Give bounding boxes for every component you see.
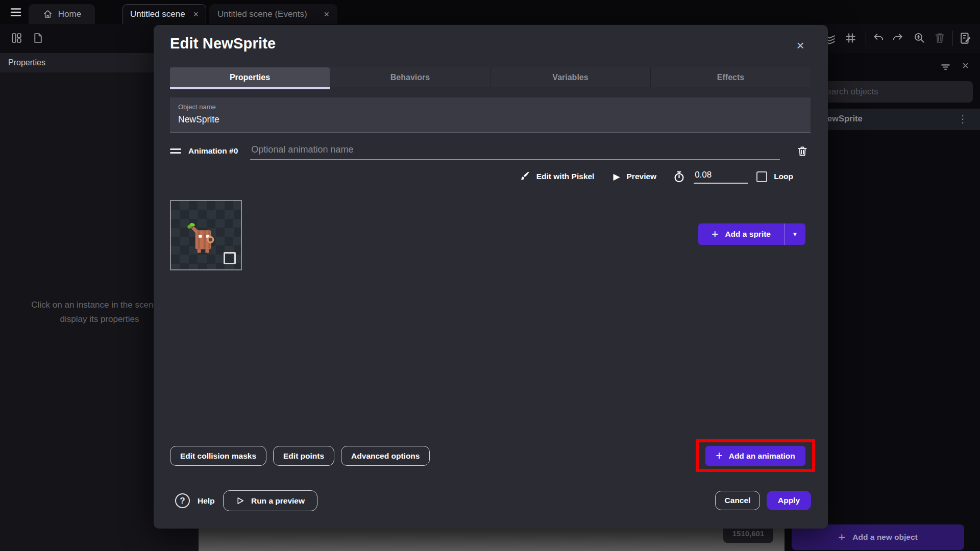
drag-handle-icon[interactable] [170, 146, 181, 156]
save-icon[interactable] [31, 32, 44, 44]
tab-untitled-scene-events[interactable]: Untitled scene (Events) × [209, 4, 337, 24]
brush-icon [518, 170, 531, 183]
tab-home[interactable]: Home [29, 4, 95, 24]
panels-layout-icon[interactable] [10, 32, 23, 44]
run-a-preview-button[interactable]: Run a preview [223, 490, 317, 511]
sprite-frame-thumbnail[interactable] [170, 200, 242, 270]
home-icon [42, 9, 53, 19]
tab-variables[interactable]: Variables [490, 67, 650, 87]
run-preview-label: Run a preview [251, 496, 305, 506]
edit-with-piskel-button[interactable]: Edit with Piskel [536, 172, 595, 181]
dialog-tabs: Properties Behaviors Variables Effects [170, 67, 811, 87]
tab-close-icon[interactable]: × [324, 10, 329, 19]
frame-select-checkbox[interactable] [224, 252, 236, 264]
tab-effects[interactable]: Effects [650, 67, 811, 87]
top-bar: Home Untitled scene × Untitled scene (Ev… [0, 0, 980, 24]
stopwatch-icon [672, 170, 686, 184]
animation-tools-row: Edit with Piskel ▶ Preview Loop [505, 167, 793, 186]
add-sprite-split-button: + Add a sprite ▼ [698, 223, 805, 245]
redo-icon[interactable] [891, 31, 904, 44]
animation-row: Animation #0 [170, 141, 811, 161]
question-icon: ? [175, 493, 190, 508]
highlight-rectangle [696, 439, 815, 472]
edit-points-button[interactable]: Edit points [273, 446, 334, 466]
dialog-title: Edit NewSprite [170, 35, 276, 52]
scene-canvas [199, 529, 785, 551]
help-label: Help [198, 496, 215, 506]
menu-icon[interactable] [8, 6, 23, 18]
delete-animation-icon[interactable] [794, 143, 811, 159]
dialog-close-icon[interactable]: × [791, 36, 810, 55]
tab-home-label: Home [58, 9, 81, 19]
chevron-down-icon: ▼ [792, 231, 798, 237]
delete-icon[interactable] [933, 31, 946, 44]
sprite-actions-row: Edit collision masks Edit points Advance… [170, 446, 430, 466]
toolbar-divider [952, 31, 953, 46]
cancel-button[interactable]: Cancel [715, 491, 760, 510]
undo-icon[interactable] [872, 31, 885, 44]
close-panel-icon[interactable]: × [962, 59, 969, 72]
apply-button[interactable]: Apply [767, 491, 811, 510]
filter-icon[interactable] [939, 60, 952, 73]
plus-icon: + [712, 229, 718, 240]
tab-behaviors[interactable]: Behaviors [330, 67, 490, 87]
plus-icon: + [838, 530, 845, 544]
animation-label: Animation #0 [188, 146, 238, 156]
tab-scene-label: Untitled scene [130, 9, 185, 19]
edit-sprite-dialog: Edit NewSprite × Properties Behaviors Va… [154, 25, 828, 529]
properties-panel-title: Properties [8, 58, 45, 67]
grid-icon[interactable] [844, 31, 857, 45]
pig-sprite-image [184, 222, 222, 258]
object-name-field[interactable]: Object name NewSprite [170, 97, 811, 133]
object-menu-icon[interactable]: ⋮ [958, 113, 968, 125]
play-outline-icon [236, 496, 244, 505]
tab-events-label: Untitled scene (Events) [217, 9, 307, 19]
edit-scene-properties-icon[interactable] [959, 31, 972, 45]
tab-close-icon[interactable]: × [193, 10, 199, 19]
object-name-label: Object name [178, 103, 802, 111]
object-name-value: NewSprite [178, 114, 802, 125]
add-new-object-label: Add a new object [852, 533, 917, 542]
tab-untitled-scene[interactable]: Untitled scene × [122, 4, 206, 24]
loop-checkbox[interactable] [756, 171, 767, 182]
help-button[interactable]: ? Help [175, 490, 215, 511]
add-sprite-label: Add a sprite [725, 230, 771, 239]
animation-name-input[interactable] [250, 142, 780, 160]
zoom-in-icon[interactable] [913, 31, 926, 44]
advanced-options-button[interactable]: Advanced options [341, 446, 430, 466]
toolbar-divider [866, 31, 866, 46]
loop-label: Loop [774, 172, 793, 181]
add-sprite-button[interactable]: + Add a sprite [698, 223, 784, 245]
preview-button[interactable]: Preview [627, 172, 657, 181]
tab-properties[interactable]: Properties [170, 67, 330, 87]
play-icon: ▶ [613, 172, 620, 181]
edit-collision-masks-button[interactable]: Edit collision masks [170, 446, 266, 466]
add-sprite-dropdown-button[interactable]: ▼ [784, 223, 805, 245]
time-between-frames-input[interactable] [694, 170, 748, 184]
